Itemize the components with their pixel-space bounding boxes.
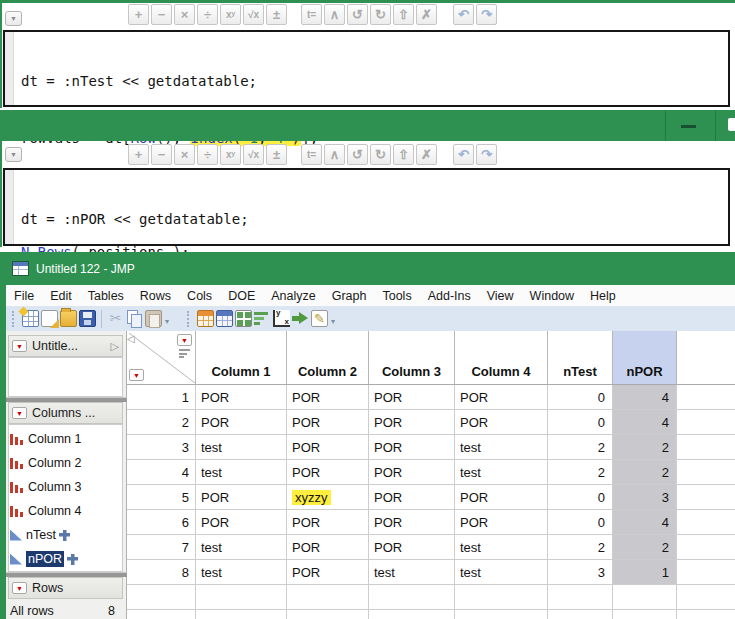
menu-rows[interactable]: Rows — [132, 289, 179, 303]
toolbar-overflow-icon[interactable]: ▾ — [165, 317, 169, 326]
column-list-item[interactable]: Column 2 — [10, 451, 123, 475]
cell[interactable]: POR — [369, 410, 455, 434]
subtract-button[interactable]: − — [151, 144, 172, 165]
editor1-menu-dropdown-icon[interactable]: ▼ — [5, 11, 22, 26]
cell-selected-column[interactable]: 2 — [613, 460, 677, 484]
cell-selected-column[interactable]: 3 — [613, 485, 677, 509]
menu-window[interactable]: Window — [522, 289, 582, 303]
toolbar-grip[interactable] — [12, 311, 17, 327]
data-table-icon[interactable] — [197, 310, 214, 327]
cell[interactable]: POR — [455, 385, 548, 409]
column-header[interactable]: nTest — [548, 331, 613, 384]
row-number[interactable]: 5 — [127, 485, 196, 509]
row-number[interactable]: 7 — [127, 535, 196, 559]
cell[interactable]: 2 — [548, 435, 613, 459]
column-header[interactable]: Column 2 — [287, 331, 369, 384]
run-arrow-icon[interactable] — [292, 310, 309, 327]
row-number[interactable]: 4 — [127, 460, 196, 484]
cell[interactable]: test — [196, 535, 287, 559]
cell[interactable]: POR — [369, 435, 455, 459]
cell[interactable]: POR — [196, 410, 287, 434]
root-button[interactable]: √x — [243, 4, 264, 25]
menu-file[interactable]: File — [6, 289, 42, 303]
cell[interactable]: POR — [196, 510, 287, 534]
delete-button[interactable]: ✗ — [416, 4, 437, 25]
rotate-left-button[interactable]: ↺ — [347, 144, 368, 165]
rows-panel-menu-icon[interactable]: ▼ — [12, 582, 27, 594]
cell[interactable]: test — [455, 460, 548, 484]
cell[interactable]: test — [455, 560, 548, 584]
power-button[interactable]: xʸ — [220, 144, 241, 165]
editor1-code-area[interactable]: dt = :nTest << getdatatable; rowvals = d… — [3, 30, 730, 107]
column-list-item-selected[interactable]: nPOR — [10, 547, 123, 571]
cell[interactable]: POR — [287, 510, 369, 534]
cell[interactable]: test — [369, 560, 455, 584]
cell-selected-column[interactable]: 2 — [613, 435, 677, 459]
local-variable-button[interactable]: t= — [301, 144, 322, 165]
cell-selected-column[interactable]: 2 — [613, 535, 677, 559]
cell[interactable]: POR — [196, 385, 287, 409]
cell[interactable]: POR — [455, 510, 548, 534]
fit-y-by-x-icon[interactable] — [273, 310, 290, 327]
menu-cols[interactable]: Cols — [179, 289, 220, 303]
column-header-selected[interactable]: nPOR — [613, 331, 677, 384]
menu-graph[interactable]: Graph — [324, 289, 375, 303]
rows-menu-icon[interactable]: ▼ — [129, 369, 144, 381]
unary-sign-button[interactable]: ± — [266, 4, 287, 25]
editor2-menu-dropdown-icon[interactable]: ▼ — [5, 147, 22, 162]
script-editor-icon[interactable] — [311, 310, 328, 327]
redo-button[interactable]: ↷ — [476, 4, 497, 25]
cell[interactable]: POR — [287, 410, 369, 434]
menu-tables[interactable]: Tables — [80, 289, 132, 303]
cell[interactable]: POR — [455, 410, 548, 434]
row-number[interactable]: 6 — [127, 510, 196, 534]
delete-button[interactable]: ✗ — [416, 144, 437, 165]
row-number[interactable]: 8 — [127, 560, 196, 584]
multiply-button[interactable]: × — [174, 144, 195, 165]
cell-selected-column[interactable]: 4 — [613, 510, 677, 534]
menu-analyze[interactable]: Analyze — [263, 289, 323, 303]
column-header[interactable]: Column 1 — [196, 331, 287, 384]
unary-sign-button[interactable]: ± — [266, 144, 287, 165]
local-variable-button[interactable]: t= — [301, 4, 322, 25]
column-header[interactable]: Column 4 — [455, 331, 548, 384]
root-button[interactable]: √x — [243, 144, 264, 165]
cell[interactable]: POR — [455, 485, 548, 509]
cell[interactable]: POR — [369, 510, 455, 534]
caret-button[interactable]: ∧ — [324, 4, 345, 25]
row-number[interactable]: 2 — [127, 410, 196, 434]
cell[interactable]: test — [455, 435, 548, 459]
summary-table-icon[interactable] — [216, 310, 233, 327]
column-list-item[interactable]: Column 1 — [10, 427, 123, 451]
cell[interactable]: POR — [287, 535, 369, 559]
menu-add-ins[interactable]: Add-Ins — [420, 289, 479, 303]
cell[interactable]: POR — [287, 385, 369, 409]
divide-button[interactable]: ÷ — [197, 4, 218, 25]
menu-tools[interactable]: Tools — [374, 289, 419, 303]
column-list-item[interactable]: nTest — [10, 523, 123, 547]
minimize-icon[interactable] — [681, 125, 696, 128]
columns-panel-menu-icon[interactable]: ▼ — [12, 407, 27, 419]
power-button[interactable]: xʸ — [220, 4, 241, 25]
formula-plus-icon[interactable] — [59, 530, 70, 541]
multiply-button[interactable]: × — [174, 4, 195, 25]
column-header[interactable]: Column 3 — [369, 331, 455, 384]
caret-button[interactable]: ∧ — [324, 144, 345, 165]
row-number[interactable]: 1 — [127, 385, 196, 409]
cell[interactable]: 0 — [548, 485, 613, 509]
cell[interactable]: test — [196, 460, 287, 484]
rotate-right-button[interactable]: ↻ — [370, 4, 391, 25]
cell-selected-column[interactable]: 4 — [613, 385, 677, 409]
cell[interactable]: 0 — [548, 385, 613, 409]
formula-plus-icon[interactable] — [67, 554, 78, 565]
pop-term-button[interactable]: ⇧ — [393, 144, 414, 165]
cell[interactable]: POR — [369, 485, 455, 509]
maximize-icon-partial[interactable] — [728, 118, 735, 131]
distribution-bars-icon[interactable] — [254, 310, 271, 327]
cell-selected-column[interactable]: 1 — [613, 560, 677, 584]
rotate-right-button[interactable]: ↻ — [370, 144, 391, 165]
cell[interactable]: POR — [369, 385, 455, 409]
editor2-code-area[interactable]: dt = :nPOR << getdatatable; rowvals = dt… — [3, 168, 730, 246]
menu-help[interactable]: Help — [582, 289, 624, 303]
cell[interactable]: 3 — [548, 560, 613, 584]
